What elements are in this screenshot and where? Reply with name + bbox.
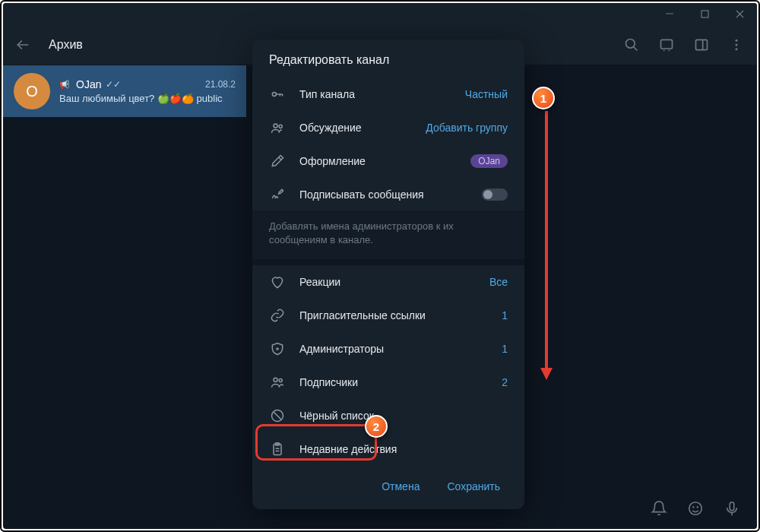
read-checks-icon: ✓✓	[106, 79, 121, 90]
avatar: O	[14, 73, 50, 109]
svg-point-26	[274, 378, 277, 382]
row-sign-messages[interactable]: Подписывать сообщения	[252, 178, 524, 211]
callout-1: 1	[532, 87, 555, 109]
row-label: Пригласительные ссылки	[299, 309, 488, 321]
row-label: Администраторы	[299, 343, 488, 355]
row-label: Реакции	[299, 276, 476, 288]
row-invite-links[interactable]: Пригласительные ссылки 1	[252, 299, 524, 332]
clipboard-icon	[269, 441, 286, 458]
chat-list: O 📢 OJan ✓✓ 21.08.2 Ваш любимый цвет? 🍏🍎…	[3, 65, 246, 117]
row-theme[interactable]: Оформление OJan	[252, 144, 524, 178]
link-icon	[269, 307, 286, 324]
svg-point-15	[689, 502, 702, 515]
panel-title: Редактировать канал	[252, 40, 524, 78]
row-label: Оформление	[299, 155, 457, 167]
row-value: 1	[502, 343, 508, 355]
row-label: Чёрный список	[299, 410, 508, 422]
svg-point-20	[272, 93, 276, 97]
row-label: Подписчики	[299, 376, 488, 388]
chat-item-body: 📢 OJan ✓✓ 21.08.2 Ваш любимый цвет? 🍏🍎🍊 …	[59, 78, 236, 104]
svg-line-29	[274, 412, 281, 420]
row-blacklist[interactable]: Чёрный список	[252, 399, 524, 432]
theme-badge: OJan	[470, 154, 508, 168]
chat-item[interactable]: O 📢 OJan ✓✓ 21.08.2 Ваш любимый цвет? 🍏🍎…	[3, 65, 246, 117]
row-recent-actions[interactable]: Недавние действия	[252, 432, 524, 464]
mic-icon[interactable]	[724, 500, 740, 517]
window-titlebar	[3, 3, 757, 24]
star-shield-icon	[269, 340, 286, 357]
svg-rect-10	[696, 40, 708, 49]
brush-icon	[269, 153, 286, 169]
row-value: Все	[489, 276, 508, 288]
chat-date: 21.08.2	[205, 79, 236, 90]
cancel-button[interactable]: Отмена	[371, 474, 430, 499]
panel-footer: Отмена Сохранить	[252, 464, 524, 509]
row-label: Подписывать сообщения	[299, 188, 468, 201]
row-value: Частный	[465, 88, 508, 100]
mute-icon[interactable]	[651, 500, 667, 517]
heart-icon	[269, 274, 286, 290]
row-discussion[interactable]: Обсуждение Добавить группу	[252, 111, 524, 144]
svg-rect-1	[701, 11, 708, 17]
close-button[interactable]	[722, 3, 757, 24]
svg-rect-18	[730, 502, 734, 511]
svg-line-6	[634, 46, 638, 50]
page-title: Архив	[49, 38, 83, 52]
svg-point-16	[693, 507, 694, 508]
svg-point-25	[279, 125, 282, 128]
save-button[interactable]: Сохранить	[436, 474, 511, 499]
svg-point-24	[274, 124, 277, 128]
svg-marker-35	[540, 368, 553, 380]
app-window: Архив O 📢 OJan ✓✓ 21.08.2 Ваш любимый цв…	[3, 3, 757, 529]
svg-point-13	[736, 43, 738, 46]
chat-name: OJan	[76, 78, 101, 90]
row-label: Недавние действия	[299, 443, 508, 455]
svg-point-17	[697, 507, 698, 508]
signature-icon	[269, 186, 286, 203]
megaphone-icon: 📢	[59, 80, 70, 90]
minimize-button[interactable]	[652, 3, 687, 24]
sign-hint: Добавлять имена администраторов к их соо…	[252, 211, 524, 265]
users-icon	[269, 374, 286, 391]
search-icon[interactable]	[623, 36, 640, 53]
arrow-down-icon	[540, 111, 553, 380]
svg-rect-7	[661, 40, 673, 49]
chat-preview: Ваш любимый цвет? 🍏🍎🍊 public	[59, 93, 236, 104]
sidebar-toggle-icon[interactable]	[693, 36, 710, 53]
row-value: 2	[502, 376, 508, 388]
row-subscribers[interactable]: Подписчики 2	[252, 366, 524, 399]
row-label: Обсуждение	[299, 122, 412, 134]
input-bar	[651, 500, 740, 517]
chat-panel-icon[interactable]	[658, 36, 675, 53]
row-value: 1	[502, 309, 508, 321]
row-label: Тип канала	[299, 88, 451, 100]
maximize-button[interactable]	[687, 3, 722, 24]
emoji-icon[interactable]	[687, 500, 704, 517]
back-arrow-icon[interactable]	[15, 37, 30, 52]
row-channel-type[interactable]: Тип канала Частный	[252, 78, 524, 111]
panel-scroll[interactable]: Тип канала Частный Обсуждение Добавить г…	[252, 78, 524, 464]
row-value: Добавить группу	[426, 122, 508, 134]
lock-icon	[269, 86, 286, 103]
group-icon	[269, 119, 286, 136]
row-reactions[interactable]: Реакции Все	[252, 265, 524, 299]
svg-point-14	[736, 48, 738, 50]
callout-2: 2	[365, 415, 388, 438]
svg-point-27	[279, 379, 282, 382]
header-actions	[623, 36, 745, 53]
svg-point-5	[626, 39, 635, 48]
svg-point-12	[736, 39, 738, 41]
row-admins[interactable]: Администраторы 1	[252, 332, 524, 366]
more-icon[interactable]	[728, 36, 745, 53]
edit-channel-panel: Редактировать канал Тип канала Частный О…	[252, 40, 524, 509]
sign-toggle[interactable]	[482, 188, 508, 201]
block-icon	[269, 407, 286, 424]
